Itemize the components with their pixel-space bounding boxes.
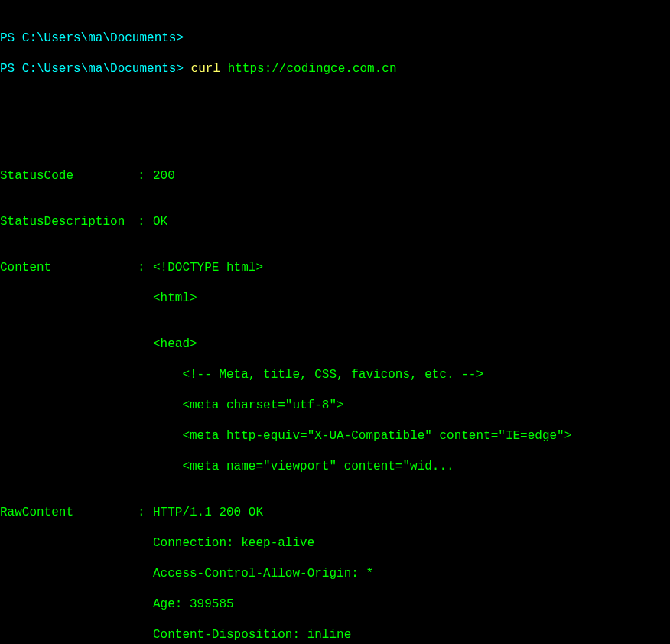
val-content-5: <meta charset="utf-8"> — [0, 398, 670, 413]
row-statusdescription: StatusDescription: OK — [0, 214, 670, 229]
val-content-3: <head> — [0, 337, 670, 352]
cmd-url: https://codingce.com.cn — [228, 62, 397, 76]
row-statuscode: StatusCode: 200 — [0, 168, 670, 184]
val-rawcontent-1: Connection: keep-alive — [0, 535, 670, 551]
row-rawcontent: RawContent: HTTP/1.1 200 OK — [0, 505, 670, 520]
val-content-4: <!-- Meta, title, CSS, favicons, etc. --… — [0, 367, 670, 382]
key-statusdescription: StatusDescription — [0, 214, 138, 229]
val-content-7: <meta name="viewport" content="wid... — [0, 459, 670, 474]
blank-line — [0, 122, 670, 138]
prev-prompt-end: PS C:\Users\ma\Documents> — [0, 31, 670, 46]
val-content-0: <!DOCTYPE html> — [153, 260, 263, 275]
val-rawcontent-4: Content-Disposition: inline — [0, 627, 670, 642]
cmd: curl — [191, 62, 228, 76]
val-rawcontent-3: Age: 399585 — [0, 597, 670, 612]
command-line: PS C:\Users\ma\Documents> curl https://c… — [0, 61, 670, 76]
val-statuscode: 200 — [153, 168, 175, 184]
prompt: PS C:\Users\ma\Documents> — [0, 62, 191, 76]
blank-line — [0, 92, 670, 107]
key-content: Content — [0, 260, 138, 275]
val-statusdescription: OK — [153, 214, 168, 229]
key-rawcontent: RawContent — [0, 505, 138, 520]
val-rawcontent-0: HTTP/1.1 200 OK — [153, 505, 263, 520]
val-content-1: <html> — [0, 291, 670, 306]
val-rawcontent-2: Access-Control-Allow-Origin: * — [0, 566, 670, 581]
val-content-6: <meta http-equiv="X-UA-Compatible" conte… — [0, 428, 670, 444]
terminal[interactable]: PS C:\Users\ma\Documents> PS C:\Users\ma… — [0, 0, 670, 644]
key-statuscode: StatusCode — [0, 168, 138, 184]
row-content: Content: <!DOCTYPE html> — [0, 260, 670, 275]
